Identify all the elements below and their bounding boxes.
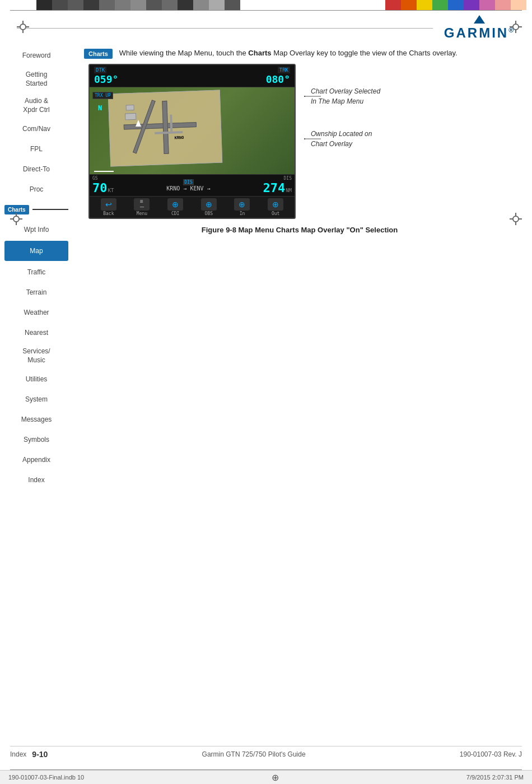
gps-top-bar: DTK 059° TRK 080° [90,65,295,87]
color-block-r2 [401,0,417,10]
print-compass-icon: ⊕ [272,772,279,783]
gps-screen-container: DTK 059° TRK 080° [88,64,296,219]
bottom-rule [10,769,522,771]
taxiway-2 [170,114,172,131]
right-color-blocks [385,0,526,10]
color-block-r9 [511,0,526,10]
gps-route-display: DIS KRNO → KENV → [116,179,260,192]
gps-function-bar: ↩ Back ≡─ Menu ⊕ [90,196,295,218]
footer-right: 190-01007-03 Rev. J [460,750,522,758]
sidebar-item-index[interactable]: Index [0,470,73,491]
gps-menu-button[interactable]: ≡─ Menu [134,198,150,216]
annotation-1-container: Chart Overlay SelectedIn The Map Menu [304,86,380,106]
left-color-blocks [36,0,240,10]
airport-chart-overlay: KRNO [108,90,222,166]
gps-dtk-label: DTK [94,67,106,73]
sidebar-item-services[interactable]: Services/Music [0,343,73,369]
sidebar-item-system[interactable]: System [0,390,73,410]
color-block-r1 [385,0,401,10]
color-block-r5 [448,0,464,10]
gps-out-button[interactable]: ⊕ Out [268,198,283,216]
footer-center: Garmin GTN 725/750 Pilot's Guide [48,750,459,758]
ownship-symbol [136,120,141,127]
sidebar-item-terrain[interactable]: Terrain [0,282,73,302]
intro-section: Charts While viewing the Map Menu, touch… [78,43,521,64]
sidebar-item-nearest[interactable]: Nearest [0,323,73,343]
sidebar-item-foreword[interactable]: Foreword [0,46,73,66]
sidebar-item-proc[interactable]: Proc [0,179,73,199]
gps-back-button[interactable]: ↩ Back [101,198,116,216]
annotation-1-text: Chart Overlay SelectedIn The Map Menu [311,86,380,106]
color-block-13 [225,0,240,10]
gps-trk-value: 080° [266,73,290,85]
color-block-11 [193,0,209,10]
print-info-right: 7/9/2015 2:07:31 PM [466,774,524,781]
sidebar-item-audio[interactable]: Audio &Xpdr Ctrl [0,92,73,119]
building-2 [125,113,136,120]
map-with-annotations: DTK 059° TRK 080° [88,64,521,219]
sidebar-item-appendix[interactable]: Appendix [0,450,73,470]
sidebar-item-map[interactable]: Map [4,241,68,261]
left-crosshair-marker [17,21,29,33]
sidebar-item-fpl[interactable]: FPL [0,139,73,159]
color-block-12 [209,0,225,10]
main-layout: Foreword GettingStarted Audio &Xpdr Ctrl… [0,43,532,715]
sidebar-item-comnav[interactable]: Com/Nav [0,119,73,139]
runway-vertical [162,101,169,154]
top-color-bar [0,0,532,10]
sidebar: Foreword GettingStarted Audio &Xpdr Ctrl… [0,43,73,715]
sidebar-item-utilities[interactable]: Utilities [0,370,73,390]
speed-value: 70 [92,181,108,195]
color-block-6 [115,0,130,10]
color-block-r6 [464,0,479,10]
header-area: GARMIN® [0,11,532,43]
dist-unit: NM [286,188,292,193]
garmin-text: GARMIN® [444,25,515,41]
header-rule [17,28,433,29]
gps-obs-button[interactable]: ⊕ OBS [201,198,217,216]
krno-chart-label: KRNO [174,136,184,141]
color-block-r7 [479,0,495,10]
speed-unit: KT [108,188,114,193]
sidebar-item-direct-to[interactable]: Direct-To [0,159,73,179]
content-area: Charts While viewing the Map Menu, touch… [73,43,532,715]
gps-in-button[interactable]: ⊕ In [234,198,250,216]
gps-dist-display: DIS 274 NM [263,176,292,195]
gps-trk-section: TRK 080° [266,67,290,85]
color-block-r3 [417,0,432,10]
runway-horizontal [124,122,197,130]
sidebar-item-traffic[interactable]: Traffic [0,262,73,282]
color-block-7 [130,0,146,10]
charts-divider [32,209,68,210]
dist-value: 274 [263,181,285,195]
gps-cdi-button[interactable]: ⊕ CDI [167,198,183,216]
scale-line [94,171,114,172]
color-block-4 [83,0,99,10]
gps-map-display: KRNO TRX UP N [90,87,295,174]
color-block-r4 [432,0,448,10]
color-block-5 [99,0,115,10]
garmin-logo: GARMIN® [444,15,515,41]
route-label: KRNO → KENV → [166,185,210,192]
page-number: 9-10 [32,750,48,759]
content-spacer [78,245,521,469]
print-info-bar: 190-01007-03-Final.indb 10 ⊕ 7/9/2015 2:… [0,770,532,784]
color-block-1 [36,0,52,10]
color-block-r8 [495,0,511,10]
footer-area: Index 9-10 Garmin GTN 725/750 Pilot's Gu… [10,746,522,759]
sidebar-item-messages[interactable]: Messages [0,410,73,430]
footer-index-label: Index [10,750,26,758]
sidebar-item-getting-started[interactable]: GettingStarted [0,66,73,92]
sidebar-item-weather[interactable]: Weather [0,302,73,323]
building-1 [126,105,134,111]
north-indicator: N [98,104,102,112]
gps-speed-display: GS 70 KT [92,176,114,195]
color-block-2 [52,0,68,10]
gps-dtk-section: DTK 059° [94,67,118,85]
charts-overlay-badge: Charts [84,49,113,59]
print-info-left: 190-01007-03-Final.indb 10 [8,774,84,781]
sidebar-item-symbols[interactable]: Symbols [0,430,73,450]
gps-trk-label: TRK [278,67,290,73]
trx-up-label: TRX UP [92,92,113,99]
gps-nav-row: GS 70 KT DIS KRNO → KENV → [90,174,295,196]
